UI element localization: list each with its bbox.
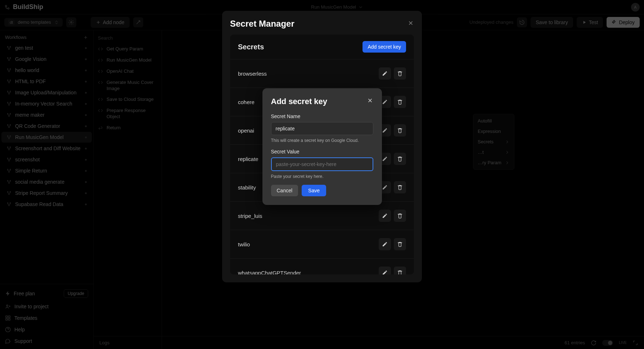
secret-value-hint: Paste your secret key here.: [271, 174, 373, 179]
secret-name-label: Secret Name: [271, 113, 373, 119]
secret-value-input[interactable]: [271, 157, 373, 171]
add-secret-dialog: Add secret key Secret Name This will cre…: [262, 88, 382, 205]
add-secret-title: Add secret key: [271, 97, 328, 106]
secret-name-hint: This will create a secret key on Google …: [271, 138, 373, 143]
save-button[interactable]: Save: [302, 185, 326, 196]
close-icon[interactable]: [367, 97, 373, 106]
secret-value-label: Secret Value: [271, 149, 373, 155]
cancel-button[interactable]: Cancel: [271, 185, 298, 196]
secret-name-input[interactable]: [271, 122, 373, 135]
